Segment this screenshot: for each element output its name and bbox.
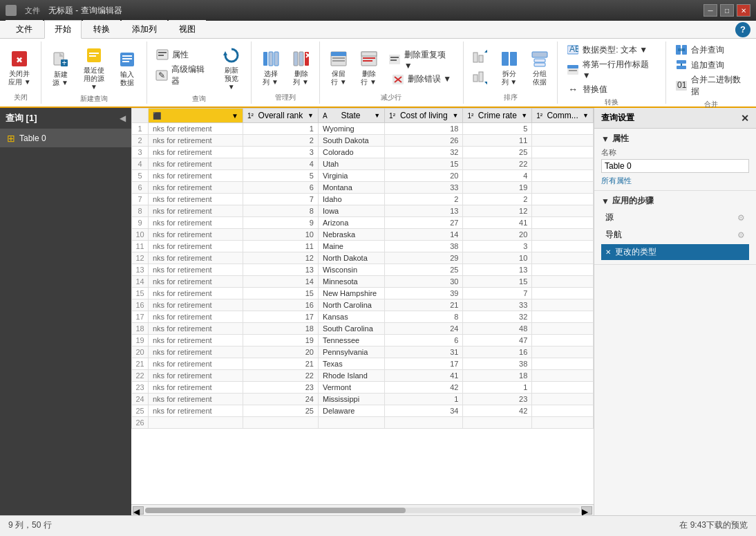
svg-rect-51 (534, 59, 545, 62)
ribbon-group-close-content: ✖ 关闭并应用 ▼ (6, 43, 34, 91)
minimize-button[interactable]: ─ (703, 4, 717, 17)
title-bar-menu-file[interactable]: 文件 (21, 4, 44, 17)
row-name: nks for retirement (149, 194, 243, 205)
remove-errors-button[interactable]: 删除错误 ▼ (388, 73, 454, 86)
steps-section-header[interactable]: ▼ 应用的步骤 (601, 195, 749, 207)
new-source-button[interactable]: + 新建源 ▼ (47, 47, 74, 89)
scroll-track[interactable] (145, 508, 580, 513)
keep-rows-button[interactable]: 保留行 ▼ (325, 46, 352, 88)
col-cost-filter[interactable]: ▼ (452, 112, 458, 119)
step-navigation[interactable]: 导航 ⚙ (601, 227, 749, 243)
step-source[interactable]: 源 ⚙ (601, 210, 749, 225)
props-section-header[interactable]: ▼ 属性 (601, 133, 749, 145)
horizontal-scrollbar[interactable]: ◀ ▶ (131, 504, 594, 515)
row-crime: 7 (463, 288, 532, 299)
row-rank: 12 (243, 252, 318, 264)
recent-source-button[interactable]: 最近使用的源 ▼ (77, 43, 111, 93)
properties-label: 属性 (172, 49, 189, 61)
tab-view[interactable]: 视图 (169, 20, 206, 38)
col-header-rank[interactable]: 1² Overall rank ▼ (243, 109, 318, 123)
properties-button[interactable]: 属性 (153, 48, 215, 62)
step-source-gear[interactable]: ⚙ (737, 213, 745, 223)
col-rank-filter[interactable]: ▼ (308, 112, 314, 119)
row-num-header (132, 109, 149, 123)
col-crime-filter[interactable]: ▼ (521, 112, 527, 119)
ribbon-group-transform-content: ABC 数据类型: 文本 ▼ 将第一行用作标题 ▼ ↔ 替换值 (563, 43, 660, 96)
first-row-header-button[interactable]: 将第一行用作标题 ▼ (563, 58, 660, 81)
scroll-right-btn[interactable]: ▶ (581, 506, 592, 515)
name-label: 名称 (601, 147, 749, 158)
append-query-button[interactable]: 追加查询 (672, 58, 750, 72)
col-header-comm[interactable]: 1² Comm... ▼ (532, 109, 594, 123)
col-row-info: 9 列，50 行 (8, 519, 52, 531)
svg-text:ABC: ABC (569, 45, 578, 54)
title-bar: 文件 无标题 - 查询编辑器 ─ □ ✕ (0, 0, 756, 21)
step-changed-type[interactable]: ✕ 更改的类型 (601, 244, 749, 260)
left-panel-collapse[interactable]: ◀ (120, 113, 126, 123)
advanced-editor-button[interactable]: ✎ 高级编辑器 (153, 63, 215, 88)
row-name: nks for retirement (149, 382, 243, 394)
input-data-button[interactable]: 输入数据 (114, 47, 141, 89)
row-comm (532, 335, 594, 346)
close-apply-button[interactable]: ✖ 关闭并应用 ▼ (6, 46, 34, 88)
right-panel-close[interactable]: ✕ (741, 113, 749, 124)
step-nav-gear[interactable]: ⚙ (737, 230, 745, 240)
all-props-link[interactable]: 所有属性 (601, 176, 749, 186)
row-comm (532, 346, 594, 358)
remove-duplicates-button[interactable]: 删除重复项 ▼ (385, 48, 457, 71)
split-column-button[interactable]: 拆分列 ▼ (495, 46, 523, 88)
row-rank: 8 (243, 205, 318, 217)
table-container[interactable]: ⬛ ▼ 1² Overall rank ▼ (131, 108, 594, 504)
table-row: 17 nks for retirement 17 Kansas 8 32 (132, 311, 594, 323)
group-by-icon (529, 48, 551, 70)
choose-columns-button[interactable]: 选择列 ▼ (257, 46, 285, 88)
merge-binary-button[interactable]: 01 合并二进制数据 (672, 73, 750, 98)
col-header-state[interactable]: A State ▼ (318, 109, 384, 123)
col-rank-icon: 1² (247, 112, 254, 120)
merge-query-button[interactable]: 合并查询 (672, 43, 750, 57)
row-state: Maine (318, 241, 384, 252)
tab-transform[interactable]: 转换 (83, 20, 120, 38)
first-row-label: 将第一行用作标题 ▼ (583, 59, 658, 80)
tab-file[interactable]: 文件 (6, 20, 43, 38)
row-comm (532, 147, 594, 158)
transform-group-label: 转换 (563, 96, 660, 107)
tab-home[interactable]: 开始 (44, 20, 82, 39)
remove-columns-button[interactable]: 删除列 ▼ (287, 46, 315, 88)
sort-desc-button[interactable] (469, 68, 490, 86)
row-comm (532, 217, 594, 229)
scroll-thumb[interactable] (145, 508, 406, 513)
ribbon-group-new-query-content: + 新建源 ▼ 最近使用的源 ▼ 输入数据 (47, 43, 141, 93)
refresh-icon (220, 44, 243, 66)
scroll-left-btn[interactable]: ◀ (133, 506, 144, 515)
group-by-button[interactable]: 分组依据 (526, 46, 554, 88)
replace-values-button[interactable]: ↔ 替换值 (563, 82, 660, 96)
col-name-icon: ⬛ (153, 112, 161, 120)
col-state-filter[interactable]: ▼ (374, 112, 380, 119)
tab-add-column[interactable]: 添加列 (122, 20, 167, 38)
col-comm-filter[interactable]: ▼ (583, 112, 589, 119)
table-name-input[interactable] (601, 159, 749, 173)
row-crime: 11 (463, 135, 532, 147)
row-crime: 42 (463, 405, 532, 417)
col-header-crime[interactable]: 1² Crime rate ▼ (463, 109, 532, 123)
close-button[interactable]: ✕ (737, 4, 750, 17)
row-rank: 9 (243, 217, 318, 229)
refresh-preview-button[interactable]: 刷新预览 ▼ (218, 43, 245, 93)
svg-rect-7 (89, 55, 96, 57)
row-state: Nebraska (318, 229, 384, 241)
col-header-name[interactable]: ⬛ ▼ (149, 109, 243, 123)
remove-columns-label: 删除列 ▼ (293, 70, 309, 86)
step-type-label: 更改的类型 (615, 246, 656, 258)
col-name-filter[interactable]: ▼ (231, 112, 238, 120)
table0-label: Table 0 (19, 133, 46, 143)
maximize-button[interactable]: □ (720, 4, 734, 17)
col-header-cost[interactable]: 1² Cost of living ▼ (385, 109, 463, 123)
table0-item[interactable]: ⊞ Table 0 (0, 129, 131, 147)
row-cost: 25 (385, 264, 463, 276)
help-button[interactable]: ? (735, 22, 750, 37)
delete-rows-button[interactable]: 删除行 ▼ (355, 46, 382, 88)
sort-asc-button[interactable] (469, 48, 490, 66)
data-type-button[interactable]: ABC 数据类型: 文本 ▼ (563, 43, 660, 57)
ribbon-group-new-query: + 新建源 ▼ 最近使用的源 ▼ 输入数据 新建查询 (41, 41, 147, 104)
